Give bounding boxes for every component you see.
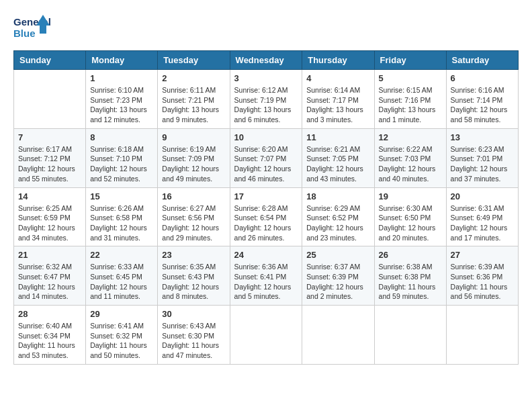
- day-number: 2: [162, 73, 225, 83]
- day-number: 20: [451, 191, 514, 201]
- day-info: Sunrise: 6:17 AMSunset: 7:12 PMDaylight:…: [18, 144, 81, 184]
- calendar-day-cell: [302, 306, 374, 365]
- day-number: 12: [379, 132, 442, 142]
- day-info: Sunrise: 6:32 AMSunset: 6:47 PMDaylight:…: [18, 262, 81, 302]
- page-header: General Blue: [13, 13, 519, 44]
- day-number: 1: [90, 73, 153, 83]
- day-number: 27: [451, 250, 514, 260]
- day-info: Sunrise: 6:31 AMSunset: 6:49 PMDaylight:…: [451, 203, 514, 243]
- day-number: 17: [234, 191, 298, 201]
- day-number: 29: [90, 309, 153, 319]
- day-info: Sunrise: 6:38 AMSunset: 6:38 PMDaylight:…: [379, 262, 442, 302]
- calendar-day-cell: 9Sunrise: 6:19 AMSunset: 7:09 PMDaylight…: [158, 128, 230, 187]
- day-info: Sunrise: 6:40 AMSunset: 6:34 PMDaylight:…: [18, 321, 81, 361]
- calendar-day-cell: 25Sunrise: 6:37 AMSunset: 6:39 PMDayligh…: [302, 246, 374, 306]
- calendar-day-cell: 30Sunrise: 6:43 AMSunset: 6:30 PMDayligh…: [158, 306, 230, 365]
- calendar-day-cell: 20Sunrise: 6:31 AMSunset: 6:49 PMDayligh…: [446, 187, 518, 246]
- calendar-day-cell: 27Sunrise: 6:39 AMSunset: 6:36 PMDayligh…: [446, 246, 518, 306]
- day-info: Sunrise: 6:33 AMSunset: 6:45 PMDaylight:…: [90, 262, 153, 302]
- weekday-header: Saturday: [446, 51, 518, 70]
- weekday-header: Thursday: [302, 51, 374, 70]
- calendar-table: SundayMondayTuesdayWednesdayThursdayFrid…: [13, 50, 519, 365]
- day-number: 28: [18, 309, 81, 319]
- day-info: Sunrise: 6:39 AMSunset: 6:36 PMDaylight:…: [451, 262, 514, 302]
- day-number: 15: [90, 191, 153, 201]
- day-info: Sunrise: 6:25 AMSunset: 6:59 PMDaylight:…: [18, 203, 81, 243]
- calendar-week-row: 28Sunrise: 6:40 AMSunset: 6:34 PMDayligh…: [14, 306, 519, 365]
- day-number: 23: [162, 250, 225, 260]
- day-info: Sunrise: 6:35 AMSunset: 6:43 PMDaylight:…: [162, 262, 225, 302]
- calendar-day-cell: 29Sunrise: 6:41 AMSunset: 6:32 PMDayligh…: [86, 306, 158, 365]
- day-number: 24: [234, 250, 298, 260]
- day-number: 19: [379, 191, 442, 201]
- calendar-day-cell: 14Sunrise: 6:25 AMSunset: 6:59 PMDayligh…: [14, 187, 86, 246]
- calendar-day-cell: [14, 70, 86, 129]
- weekday-header: Wednesday: [230, 51, 302, 70]
- day-number: 3: [234, 73, 298, 83]
- calendar-week-row: 7Sunrise: 6:17 AMSunset: 7:12 PMDaylight…: [14, 128, 519, 187]
- weekday-header: Friday: [374, 51, 446, 70]
- calendar-day-cell: 11Sunrise: 6:21 AMSunset: 7:05 PMDayligh…: [302, 128, 374, 187]
- calendar-header-row: SundayMondayTuesdayWednesdayThursdayFrid…: [14, 51, 519, 70]
- day-info: Sunrise: 6:20 AMSunset: 7:07 PMDaylight:…: [234, 144, 298, 184]
- day-info: Sunrise: 6:27 AMSunset: 6:56 PMDaylight:…: [162, 203, 225, 243]
- day-number: 5: [379, 73, 442, 83]
- day-number: 16: [162, 191, 225, 201]
- day-info: Sunrise: 6:37 AMSunset: 6:39 PMDaylight:…: [306, 262, 369, 302]
- calendar-day-cell: 18Sunrise: 6:29 AMSunset: 6:52 PMDayligh…: [302, 187, 374, 246]
- calendar-day-cell: 1Sunrise: 6:10 AMSunset: 7:23 PMDaylight…: [86, 70, 158, 129]
- calendar-day-cell: [374, 306, 446, 365]
- svg-text:Blue: Blue: [13, 28, 36, 39]
- calendar-day-cell: 24Sunrise: 6:36 AMSunset: 6:41 PMDayligh…: [230, 246, 302, 306]
- calendar-day-cell: 28Sunrise: 6:40 AMSunset: 6:34 PMDayligh…: [14, 306, 86, 365]
- day-info: Sunrise: 6:16 AMSunset: 7:14 PMDaylight:…: [451, 85, 514, 125]
- calendar-day-cell: [230, 306, 302, 365]
- day-info: Sunrise: 6:14 AMSunset: 7:17 PMDaylight:…: [306, 85, 369, 125]
- day-info: Sunrise: 6:30 AMSunset: 6:50 PMDaylight:…: [379, 203, 442, 243]
- day-info: Sunrise: 6:22 AMSunset: 7:03 PMDaylight:…: [379, 144, 442, 184]
- day-info: Sunrise: 6:10 AMSunset: 7:23 PMDaylight:…: [90, 85, 153, 125]
- day-number: 14: [18, 191, 81, 201]
- day-info: Sunrise: 6:36 AMSunset: 6:41 PMDaylight:…: [234, 262, 298, 302]
- calendar-day-cell: 19Sunrise: 6:30 AMSunset: 6:50 PMDayligh…: [374, 187, 446, 246]
- weekday-header: Monday: [86, 51, 158, 70]
- day-info: Sunrise: 6:29 AMSunset: 6:52 PMDaylight:…: [306, 203, 369, 243]
- day-number: 18: [306, 191, 369, 201]
- calendar-day-cell: 7Sunrise: 6:17 AMSunset: 7:12 PMDaylight…: [14, 128, 86, 187]
- calendar-day-cell: 8Sunrise: 6:18 AMSunset: 7:10 PMDaylight…: [86, 128, 158, 187]
- day-number: 25: [306, 250, 369, 260]
- day-number: 8: [90, 132, 153, 142]
- day-info: Sunrise: 6:26 AMSunset: 6:58 PMDaylight:…: [90, 203, 153, 243]
- day-info: Sunrise: 6:28 AMSunset: 6:54 PMDaylight:…: [234, 203, 298, 243]
- calendar-week-row: 14Sunrise: 6:25 AMSunset: 6:59 PMDayligh…: [14, 187, 519, 246]
- calendar-day-cell: 5Sunrise: 6:15 AMSunset: 7:16 PMDaylight…: [374, 70, 446, 129]
- logo-icon: General Blue: [13, 13, 50, 44]
- logo: General Blue: [13, 13, 50, 44]
- weekday-header: Sunday: [14, 51, 86, 70]
- day-info: Sunrise: 6:11 AMSunset: 7:21 PMDaylight:…: [162, 85, 225, 125]
- calendar-day-cell: 26Sunrise: 6:38 AMSunset: 6:38 PMDayligh…: [374, 246, 446, 306]
- day-number: 6: [451, 73, 514, 83]
- calendar-day-cell: 2Sunrise: 6:11 AMSunset: 7:21 PMDaylight…: [158, 70, 230, 129]
- day-number: 4: [306, 73, 369, 83]
- calendar-day-cell: 17Sunrise: 6:28 AMSunset: 6:54 PMDayligh…: [230, 187, 302, 246]
- day-number: 13: [451, 132, 514, 142]
- calendar-day-cell: [446, 306, 518, 365]
- day-info: Sunrise: 6:21 AMSunset: 7:05 PMDaylight:…: [306, 144, 369, 184]
- day-number: 9: [162, 132, 225, 142]
- day-info: Sunrise: 6:12 AMSunset: 7:19 PMDaylight:…: [234, 85, 298, 125]
- calendar-day-cell: 21Sunrise: 6:32 AMSunset: 6:47 PMDayligh…: [14, 246, 86, 306]
- calendar-day-cell: 22Sunrise: 6:33 AMSunset: 6:45 PMDayligh…: [86, 246, 158, 306]
- day-number: 22: [90, 250, 153, 260]
- calendar-week-row: 1Sunrise: 6:10 AMSunset: 7:23 PMDaylight…: [14, 70, 519, 129]
- calendar-day-cell: 10Sunrise: 6:20 AMSunset: 7:07 PMDayligh…: [230, 128, 302, 187]
- calendar-week-row: 21Sunrise: 6:32 AMSunset: 6:47 PMDayligh…: [14, 246, 519, 306]
- day-number: 26: [379, 250, 442, 260]
- calendar-day-cell: 4Sunrise: 6:14 AMSunset: 7:17 PMDaylight…: [302, 70, 374, 129]
- day-info: Sunrise: 6:43 AMSunset: 6:30 PMDaylight:…: [162, 321, 225, 361]
- weekday-header: Tuesday: [158, 51, 230, 70]
- calendar-day-cell: 23Sunrise: 6:35 AMSunset: 6:43 PMDayligh…: [158, 246, 230, 306]
- day-number: 10: [234, 132, 298, 142]
- day-info: Sunrise: 6:15 AMSunset: 7:16 PMDaylight:…: [379, 85, 442, 125]
- calendar-day-cell: 12Sunrise: 6:22 AMSunset: 7:03 PMDayligh…: [374, 128, 446, 187]
